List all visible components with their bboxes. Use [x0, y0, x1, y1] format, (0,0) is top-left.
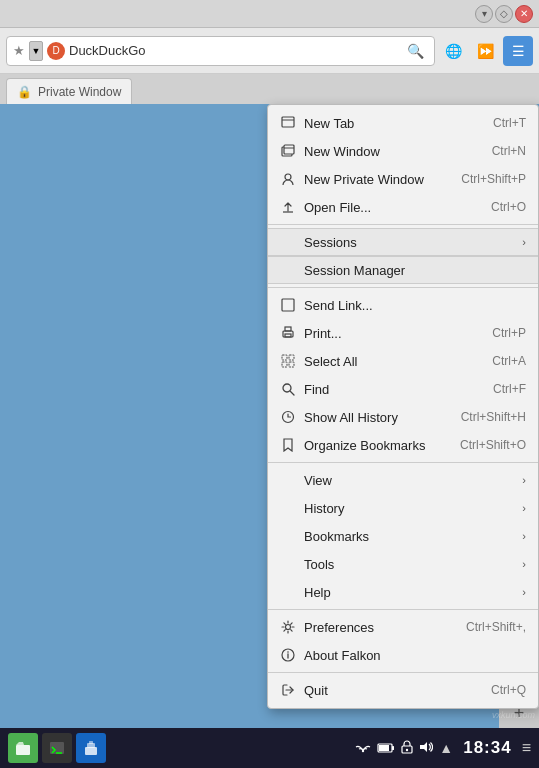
svg-rect-14: [289, 362, 294, 367]
svg-marker-35: [420, 742, 427, 752]
separator-2: [268, 287, 538, 288]
svg-point-21: [287, 651, 289, 653]
taskbar-icon-package[interactable]: [76, 733, 106, 763]
lock-icon: [401, 740, 413, 757]
svg-point-34: [406, 748, 408, 750]
taskbar-menu-icon[interactable]: ≡: [522, 739, 531, 757]
tools-icon: [280, 556, 296, 572]
address-dropdown-button[interactable]: ▼: [29, 41, 43, 61]
menu-item-new-window[interactable]: New Window Ctrl+N: [268, 137, 538, 165]
quit-icon: [280, 682, 296, 698]
bookmarks-submenu-icon: [280, 528, 296, 544]
bookmarks-submenu-label: Bookmarks: [304, 529, 514, 544]
dropdown-menu: New Tab Ctrl+T New Window Ctrl+N: [267, 104, 539, 709]
tab-icon: 🔒: [17, 85, 32, 99]
history-submenu-icon: [280, 500, 296, 516]
forward-button[interactable]: ⏩: [471, 37, 499, 65]
close-button[interactable]: ✕: [515, 5, 533, 23]
menu-item-find[interactable]: Find Ctrl+F: [268, 375, 538, 403]
svg-rect-10: [285, 334, 291, 337]
menu-item-bookmarks[interactable]: Bookmarks ›: [268, 522, 538, 550]
menu-item-new-tab[interactable]: New Tab Ctrl+T: [268, 109, 538, 137]
menu-item-print[interactable]: Print... Ctrl+P: [268, 319, 538, 347]
tools-arrow: ›: [522, 558, 526, 570]
new-private-window-shortcut: Ctrl+Shift+P: [461, 172, 526, 186]
open-file-label: Open File...: [304, 200, 483, 215]
browser-window: ▾ ◇ ✕ ★ ▼ D 🔍 🌐 ⏩ ☰ 🔒 Private Window: [0, 0, 539, 728]
menu-item-select-all[interactable]: Select All Ctrl+A: [268, 347, 538, 375]
open-file-shortcut: Ctrl+O: [491, 200, 526, 214]
globe-button[interactable]: 🌐: [439, 37, 467, 65]
tab-label: Private Window: [38, 85, 121, 99]
main-content: New Tab Ctrl+T New Window Ctrl+N: [0, 104, 539, 728]
systray: ▲: [355, 740, 453, 757]
history-arrow: ›: [522, 502, 526, 514]
menu-item-about-falkon[interactable]: About Falkon: [268, 641, 538, 669]
new-window-label: New Window: [304, 144, 484, 159]
svg-rect-26: [85, 747, 97, 755]
separator-5: [268, 672, 538, 673]
svg-point-15: [283, 384, 291, 392]
send-link-label: Send Link...: [304, 298, 526, 313]
tray-up-arrow-icon[interactable]: ▲: [439, 740, 453, 756]
svg-rect-0: [282, 117, 294, 127]
find-icon: [280, 381, 296, 397]
separator-4: [268, 609, 538, 610]
address-input[interactable]: [69, 43, 399, 58]
find-shortcut: Ctrl+F: [493, 382, 526, 396]
menu-item-send-link[interactable]: Send Link...: [268, 291, 538, 319]
print-label: Print...: [304, 326, 484, 341]
menu-item-show-history[interactable]: Show All History Ctrl+Shift+H: [268, 403, 538, 431]
menu-item-sessions[interactable]: Sessions ›: [268, 228, 538, 256]
menu-item-quit[interactable]: Quit Ctrl+Q: [268, 676, 538, 704]
new-tab-shortcut: Ctrl+T: [493, 116, 526, 130]
history-submenu-label: History: [304, 501, 514, 516]
minimize-button[interactable]: ▾: [475, 5, 493, 23]
bookmarks-icon: [280, 437, 296, 453]
bookmark-icon[interactable]: ★: [13, 43, 25, 58]
select-all-shortcut: Ctrl+A: [492, 354, 526, 368]
menu-item-history[interactable]: History ›: [268, 494, 538, 522]
volume-icon: [419, 740, 433, 757]
find-label: Find: [304, 382, 485, 397]
taskbar: ▲ 18:34 ≡: [0, 728, 539, 768]
new-window-icon: [280, 143, 296, 159]
organize-bookmarks-shortcut: Ctrl+Shift+O: [460, 438, 526, 452]
menu-item-tools[interactable]: Tools ›: [268, 550, 538, 578]
tools-label: Tools: [304, 557, 514, 572]
hamburger-menu-button[interactable]: ☰: [503, 36, 533, 66]
view-arrow: ›: [522, 474, 526, 486]
session-manager-label: Session Manager: [304, 263, 526, 278]
svg-point-18: [286, 625, 291, 630]
wifi-icon: [355, 740, 371, 757]
sessions-arrow: ›: [522, 236, 526, 248]
svg-point-5: [285, 174, 291, 180]
menu-item-preferences[interactable]: Preferences Ctrl+Shift+,: [268, 613, 538, 641]
menu-item-organize-bookmarks[interactable]: Organize Bookmarks Ctrl+Shift+O: [268, 431, 538, 459]
new-window-shortcut: Ctrl+N: [492, 144, 526, 158]
menu-item-open-file[interactable]: Open File... Ctrl+O: [268, 193, 538, 221]
svg-rect-3: [284, 145, 294, 154]
menu-item-new-private-window[interactable]: New Private Window Ctrl+Shift+P: [268, 165, 538, 193]
session-manager-icon: [280, 262, 296, 278]
bookmarks-arrow: ›: [522, 530, 526, 542]
taskbar-icon-terminal[interactable]: [42, 733, 72, 763]
taskbar-icon-files[interactable]: [8, 733, 38, 763]
organize-bookmarks-label: Organize Bookmarks: [304, 438, 452, 453]
menu-item-view[interactable]: View ›: [268, 466, 538, 494]
new-tab-icon: [280, 115, 296, 131]
search-button[interactable]: 🔍: [403, 41, 428, 61]
menu-item-help[interactable]: Help ›: [268, 578, 538, 606]
toolbar: ★ ▼ D 🔍 🌐 ⏩ ☰: [0, 28, 539, 74]
private-window-tab[interactable]: 🔒 Private Window: [6, 78, 132, 104]
watermark: vxkun.com: [492, 710, 535, 720]
menu-item-session-manager[interactable]: Session Manager: [268, 256, 538, 284]
print-icon: [280, 325, 296, 341]
send-link-icon: [280, 297, 296, 313]
restore-button[interactable]: ◇: [495, 5, 513, 23]
show-history-shortcut: Ctrl+Shift+H: [461, 410, 526, 424]
svg-rect-11: [282, 355, 287, 360]
new-private-window-label: New Private Window: [304, 172, 453, 187]
desktop: ▾ ◇ ✕ ★ ▼ D 🔍 🌐 ⏩ ☰ 🔒 Private Window: [0, 0, 539, 768]
history-icon: [280, 409, 296, 425]
